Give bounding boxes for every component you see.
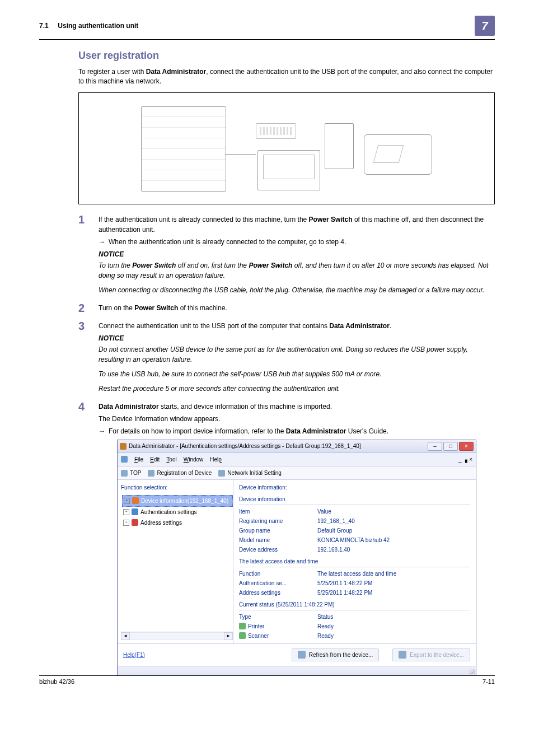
refresh-icon [298,651,306,659]
col-header: Type [239,613,317,621]
connection-figure [78,92,495,204]
function-selection-pane: Function selection: + Device information… [118,480,233,643]
monitor-illustration [257,150,320,190]
data-administrator-window: Data Administrator - [Authentication set… [117,440,476,676]
section-header: Current status (5/25/2011 1:48:22 PM) [239,600,470,610]
table-cell: 192_168_1_40 [317,517,470,525]
intro-paragraph: To register a user with Data Administrat… [78,67,495,87]
table-cell: Device address [239,545,317,554]
col-header: Status [317,613,470,621]
table-cell: 192.168.1.40 [317,545,470,554]
expand-icon[interactable]: + [123,509,129,515]
notice-text: To use the USB hub, be sure to connect t… [99,369,495,379]
step-number: 2 [78,300,85,316]
scroll-right-icon[interactable]: ► [224,632,233,640]
menu-file[interactable]: File [134,455,143,464]
export-icon [399,651,406,659]
header-rule [39,39,495,40]
top-icon [121,470,128,477]
device-info-table: Item Value Registering name 192_168_1_40… [239,507,470,554]
statusbar [118,666,476,675]
pc-illustration [325,123,354,169]
minimize-button[interactable]: – [428,442,442,451]
maximize-button[interactable]: □ [443,442,458,451]
step-2: 2 Turn on the Power Switch of this machi… [78,303,495,313]
step-number: 4 [78,398,85,415]
tree-item-device-info[interactable]: + Device information(192_168_1_40) [122,495,233,507]
running-header: 7.1 Using authentication unit 7 [39,16,495,36]
table-cell: Authentication se... [239,579,317,587]
section-header: The latest access date and time [239,557,470,567]
step-number: 3 [78,318,85,334]
tree-item-address[interactable]: + Address settings [122,517,233,528]
refresh-button[interactable]: Refresh from the device... [292,648,380,661]
app-icon [120,443,127,450]
notice-label: NOTICE [99,333,495,343]
table-cell: Address settings [239,589,317,597]
table-row: Printer Ready [239,622,470,631]
horizontal-scrollbar[interactable]: ◄ ► [121,632,233,640]
scroll-track[interactable] [130,632,224,640]
page-footer: bizhub 42/36 7-11 [39,675,495,685]
window-titlebar[interactable]: Data Administrator - [Authentication set… [118,440,476,453]
table-cell: Model name [239,536,317,544]
table-cell: Default Group [317,526,470,535]
step-3: 3 Connect the authentication unit to the… [78,321,495,394]
header-section-title: Using authentication unit [58,22,138,30]
cable-illustration [225,132,256,155]
notice-text: Do not connect another USB device to the… [99,344,495,365]
device-icon [132,497,139,504]
network-icon [218,470,225,477]
printer-icon [239,623,246,629]
notice-text: Restart the procedure 5 or more seconds … [99,384,495,394]
menu-window[interactable]: Window [184,455,204,464]
doc-icon [121,456,128,463]
printer-illustration [141,106,226,192]
footer-left: bizhub 42/36 [39,678,74,685]
menubar: File Edit Tool Window Help _ ▗ × [118,453,476,466]
section-header: Device information [239,495,470,505]
step-number: 1 [78,211,85,228]
page-title: User registration [78,50,495,62]
scroll-left-icon[interactable]: ◄ [121,632,130,640]
col-header: Function [239,570,317,578]
table-cell: 5/25/2011 1:48:22 PM [317,579,470,587]
export-button[interactable]: Export to the device... [392,648,470,661]
notice-text: To turn the Power Switch off and on, fir… [99,260,495,281]
col-header: Value [317,507,470,516]
step-4-substep: For details on how to import device info… [99,426,495,436]
expand-icon[interactable]: + [124,498,130,504]
menu-help[interactable]: Help [210,455,222,464]
toolbar-registration[interactable]: Registration of Device [148,469,212,477]
toolbar-top[interactable]: TOP [121,469,141,477]
col-header: The latest access date and time [317,570,470,578]
hand-card-illustration [364,134,432,175]
mdi-controls[interactable]: _ ▗ × [458,455,472,464]
usb-plug-illustration [256,123,296,139]
bottom-bar: Help(F1) Refresh from the device... Expo… [118,643,476,666]
close-button[interactable]: × [459,442,474,451]
access-time-table: Function The latest access date and time… [239,570,470,597]
toolbar-network[interactable]: Network Initial Setting [218,469,282,477]
notice-label: NOTICE [99,249,495,259]
table-cell: Group name [239,526,317,535]
step-1-substep: When the authentication unit is already … [99,237,495,247]
device-info-pane: Device information: Device information I… [233,480,476,643]
menu-edit[interactable]: Edit [150,455,160,464]
table-cell: Registering name [239,517,317,525]
footer-right: 7-11 [483,678,495,685]
notice-text: When connecting or disconnecting the USB… [99,285,495,295]
address-icon [132,519,138,526]
menu-tool[interactable]: Tool [166,455,176,464]
table-cell: KONICA MINOLTA bizhub 42 [317,536,470,544]
status-table: Type Status Printer Ready Scanner Ready [239,613,470,640]
chapter-badge: 7 [475,16,495,36]
help-link[interactable]: Help(F1) [123,651,145,659]
tree-item-auth[interactable]: + Authentication settings [122,507,233,517]
function-tree: + Device information(192_168_1_40) + Aut… [121,495,233,628]
step-list: 1 If the authentication unit is already … [78,214,495,676]
resize-grip-icon[interactable] [469,669,475,674]
window-title: Data Administrator - [Authentication set… [129,442,361,450]
table-cell: 5/25/2011 1:48:22 PM [317,589,470,597]
expand-icon[interactable]: + [123,520,129,526]
